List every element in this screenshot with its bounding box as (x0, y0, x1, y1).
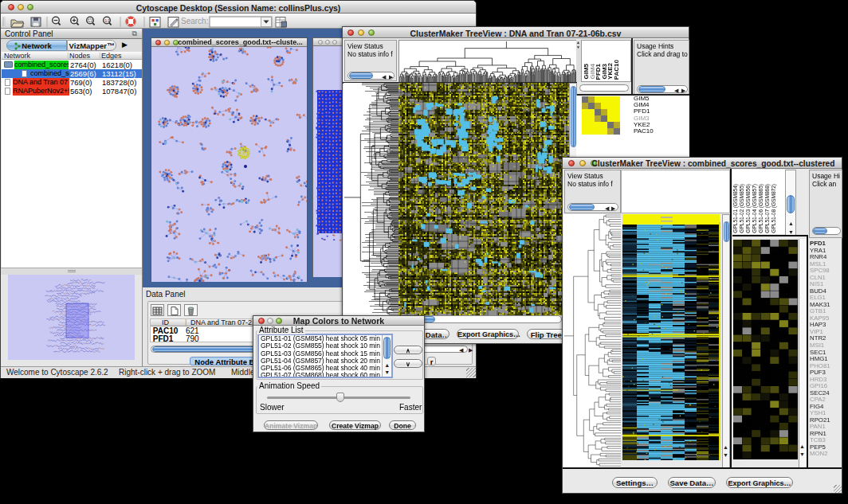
svg-text:1:1: 1:1 (104, 19, 110, 23)
svg-text:Search:: Search: (181, 17, 208, 25)
